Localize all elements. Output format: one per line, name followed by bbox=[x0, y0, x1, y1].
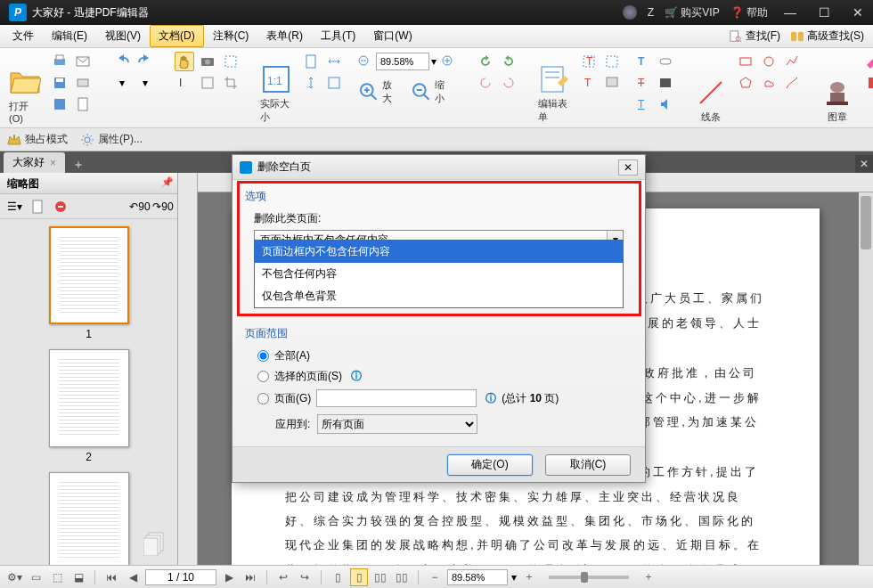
two-page-icon[interactable]: ▯▯ bbox=[371, 568, 389, 586]
status-options-icon[interactable]: ⚙▾ bbox=[5, 568, 23, 586]
zoom-in-icon[interactable] bbox=[438, 52, 458, 71]
menu-tools[interactable]: 工具(T) bbox=[312, 25, 364, 47]
fit-height-icon[interactable] bbox=[301, 73, 321, 93]
radio-all[interactable]: 全部(A) bbox=[257, 348, 632, 363]
new-tab-button[interactable]: ＋ bbox=[65, 157, 92, 173]
page-thumbnail[interactable]: 3 bbox=[49, 472, 129, 565]
pin-icon[interactable]: 📌 bbox=[161, 176, 174, 188]
shrink-button[interactable]: 缩小 bbox=[407, 77, 458, 107]
apply-to-select[interactable]: 所有页面 bbox=[317, 414, 477, 434]
sound-icon[interactable] bbox=[656, 94, 675, 114]
advanced-find-button[interactable]: 高级查找(S) bbox=[786, 29, 869, 44]
next-page-icon[interactable]: ▶ bbox=[220, 568, 238, 586]
status-layout3-icon[interactable]: ⬓ bbox=[69, 568, 87, 586]
status-zoom-out-icon[interactable]: − bbox=[426, 568, 444, 586]
zoom-slider[interactable] bbox=[549, 576, 629, 579]
add-image-icon[interactable] bbox=[602, 73, 622, 93]
bookmark-stamp-icon[interactable] bbox=[862, 73, 873, 93]
prev-page-icon[interactable]: ◀ bbox=[124, 568, 142, 586]
menu-document[interactable]: 文档(D) bbox=[150, 25, 204, 47]
thumb-rotate-ccw-icon[interactable]: ↶90 bbox=[131, 198, 149, 216]
annot-select-icon[interactable] bbox=[198, 73, 217, 93]
menu-view[interactable]: 视图(V) bbox=[96, 25, 150, 47]
lines-button[interactable]: 线条 bbox=[691, 50, 730, 126]
thumb-delete-icon[interactable] bbox=[52, 198, 69, 216]
select-tool-icon[interactable] bbox=[221, 52, 241, 71]
tab-close-icon[interactable]: × bbox=[50, 157, 56, 169]
fit-width-icon[interactable] bbox=[324, 52, 344, 71]
minimize-button[interactable]: — bbox=[779, 5, 802, 20]
redo-drop-icon[interactable]: ▾ bbox=[135, 73, 155, 93]
open-button[interactable]: 打开(O) bbox=[5, 50, 45, 126]
buy-vip-link[interactable]: 🛒 购买VIP bbox=[665, 5, 720, 20]
menu-edit[interactable]: 编辑(E) bbox=[43, 25, 96, 47]
zoom-input[interactable] bbox=[376, 53, 429, 70]
edit-form-button[interactable]: 编辑表单 bbox=[534, 50, 574, 126]
dialog-title-bar[interactable]: 删除空白页 ✕ bbox=[233, 155, 645, 180]
redo-icon[interactable] bbox=[135, 52, 155, 71]
dropdown-option[interactable]: 页面边框内不包含任何内容 bbox=[255, 241, 623, 263]
single-page-icon[interactable]: ▯ bbox=[329, 568, 347, 586]
close-button[interactable]: ✕ bbox=[846, 5, 869, 20]
cloud-shape-icon[interactable] bbox=[759, 73, 779, 93]
actual-size-button[interactable]: 1:1 实际大小 bbox=[257, 50, 296, 126]
cancel-button[interactable]: 取消(C) bbox=[545, 454, 631, 476]
continuous-icon[interactable]: ▯ bbox=[350, 568, 368, 586]
thumb-options-icon[interactable]: ☰▾ bbox=[5, 198, 23, 216]
eraser-icon[interactable] bbox=[862, 52, 873, 71]
add-text-icon[interactable]: T bbox=[579, 73, 599, 93]
menu-file[interactable]: 文件 bbox=[4, 25, 43, 47]
status-zoom-plus-icon[interactable]: ＋ bbox=[640, 568, 657, 586]
pencil-shape-icon[interactable] bbox=[782, 73, 802, 93]
vertical-scrollbar[interactable] bbox=[859, 192, 873, 565]
blank-doc-icon[interactable] bbox=[73, 94, 93, 114]
rotate-view-ccw-icon[interactable] bbox=[476, 73, 495, 93]
circle-shape-icon[interactable] bbox=[759, 52, 779, 71]
menu-form[interactable]: 表单(R) bbox=[257, 25, 312, 47]
status-zoom-drop-icon[interactable]: ▾ bbox=[511, 571, 517, 584]
rotate-view-cw-icon[interactable] bbox=[499, 73, 518, 93]
page-thumbnail[interactable]: 1 bbox=[49, 226, 129, 340]
radio-selected[interactable]: 选择的页面(S) ⓘ bbox=[257, 369, 632, 384]
rect-shape-icon[interactable] bbox=[736, 52, 755, 71]
dropdown-option[interactable]: 不包含任何内容 bbox=[255, 263, 623, 285]
nav-back-icon[interactable]: ↩ bbox=[274, 568, 292, 586]
edit-text-icon[interactable]: T bbox=[579, 52, 599, 71]
dialog-close-button[interactable]: ✕ bbox=[618, 159, 638, 176]
zoom-out-icon[interactable] bbox=[355, 52, 374, 71]
tab-overflow-icon[interactable]: ✕ bbox=[855, 155, 873, 173]
thumb-new-icon[interactable] bbox=[29, 198, 46, 216]
user-label[interactable]: Z bbox=[648, 6, 654, 19]
page-thumbnail[interactable]: 2 bbox=[49, 349, 129, 463]
fit-visible-icon[interactable] bbox=[324, 73, 344, 93]
fit-page-icon[interactable] bbox=[301, 52, 321, 71]
underline-icon[interactable]: T bbox=[632, 94, 652, 114]
doc-tab[interactable]: 大家好 × bbox=[4, 152, 65, 173]
snapshot-icon[interactable] bbox=[198, 52, 217, 71]
highlight-text-icon[interactable]: T bbox=[632, 52, 652, 71]
save-dropdown-icon[interactable] bbox=[50, 94, 69, 114]
properties-button[interactable]: 属性(P)... bbox=[80, 132, 143, 147]
movie-icon[interactable] bbox=[656, 73, 675, 93]
polygon-shape-icon[interactable] bbox=[736, 73, 755, 93]
undo-drop-icon[interactable]: ▾ bbox=[112, 73, 132, 93]
rotate-ccw-icon[interactable] bbox=[476, 52, 495, 71]
strikethrough-icon[interactable]: T bbox=[632, 73, 652, 93]
radio-pages[interactable]: 页面(G) ⓘ (总计 10 页) bbox=[257, 389, 632, 407]
rotate-cw-icon[interactable] bbox=[499, 52, 518, 71]
thumb-rotate-cw-icon[interactable]: ↷90 bbox=[154, 198, 172, 216]
scan-icon[interactable] bbox=[73, 73, 93, 93]
crop-icon[interactable] bbox=[221, 73, 241, 93]
email-icon[interactable] bbox=[73, 52, 93, 71]
enlarge-button[interactable]: 放大 bbox=[355, 77, 405, 107]
hand-tool-icon[interactable] bbox=[175, 52, 194, 71]
exclusive-mode-button[interactable]: 独占模式 bbox=[7, 132, 68, 147]
nav-fwd-icon[interactable]: ↪ bbox=[296, 568, 314, 586]
help-link[interactable]: ❓ 帮助 bbox=[730, 5, 768, 20]
stamp-button[interactable]: 图章 bbox=[818, 50, 857, 126]
page-range-input[interactable] bbox=[316, 389, 477, 407]
find-button[interactable]: 查找(F) bbox=[724, 29, 786, 44]
last-page-icon[interactable]: ⏭ bbox=[241, 568, 259, 586]
text-select-icon[interactable]: I bbox=[175, 73, 194, 93]
polyline-shape-icon[interactable] bbox=[782, 52, 802, 71]
